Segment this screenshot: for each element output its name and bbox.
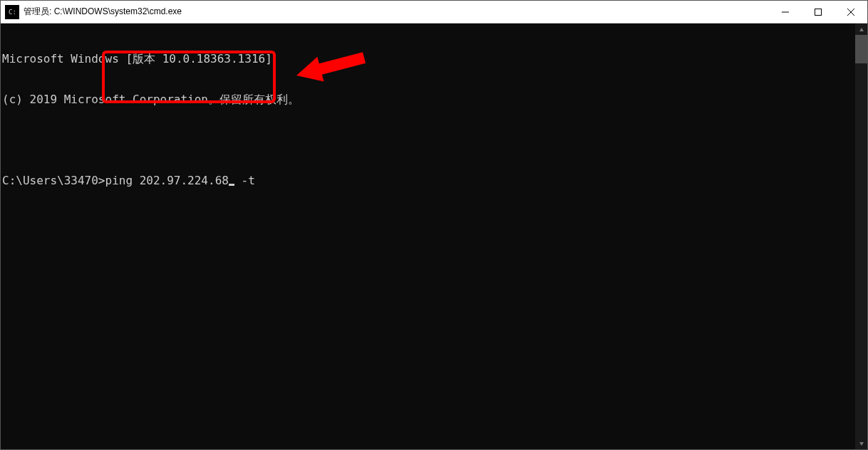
vertical-scrollbar[interactable] [855, 23, 867, 449]
maximize-button[interactable] [802, 1, 835, 23]
scroll-thumb[interactable] [855, 35, 867, 63]
version-line: Microsoft Windows [版本 10.0.18363.1316] [2, 52, 855, 66]
command-text-2: -t [234, 174, 255, 187]
prompt-text: C:\Users\33470> [2, 174, 105, 187]
svg-marker-6 [859, 442, 864, 446]
copyright-line: (c) 2019 Microsoft Corporation。保留所有权利。 [2, 93, 855, 106]
close-button[interactable] [835, 1, 867, 23]
cmd-icon: C:\ [5, 5, 19, 19]
scroll-down-button[interactable] [855, 437, 867, 449]
window-controls [769, 1, 867, 23]
svg-rect-2 [815, 9, 822, 15]
prompt-line: C:\Users\33470>ping 202.97.224.68 -t [2, 174, 855, 187]
minimize-button[interactable] [769, 1, 802, 23]
svg-text:C:\: C:\ [9, 9, 16, 16]
terminal-output[interactable]: Microsoft Windows [版本 10.0.18363.1316] (… [1, 23, 855, 449]
blank-line [2, 133, 855, 147]
cmd-window: C:\ 管理员: C:\WINDOWS\system32\cmd.exe Mic… [0, 0, 868, 450]
command-text-1: ping 202.97.224.68 [105, 174, 229, 187]
terminal-area: Microsoft Windows [版本 10.0.18363.1316] (… [1, 23, 867, 449]
cursor [229, 184, 234, 186]
titlebar[interactable]: C:\ 管理员: C:\WINDOWS\system32\cmd.exe [1, 1, 867, 23]
svg-marker-5 [859, 28, 864, 31]
window-title: 管理员: C:\WINDOWS\system32\cmd.exe [24, 6, 769, 18]
scroll-up-button[interactable] [855, 23, 867, 36]
